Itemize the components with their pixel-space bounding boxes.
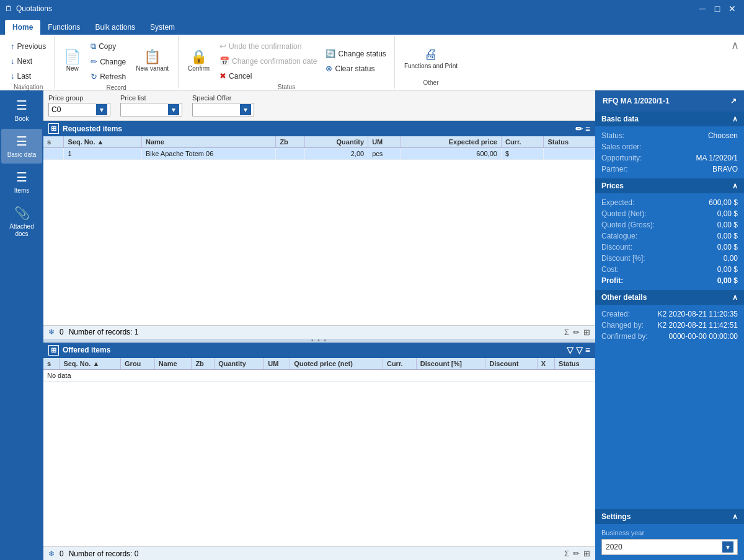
cancel-button[interactable]: ✖ Cancel [216,69,320,82]
requested-items-menu-icon[interactable]: ≡ [585,124,590,134]
edit-tool-icon2[interactable]: ✏ [573,549,580,558]
price-list-dropdown-icon[interactable]: ▼ [168,104,179,115]
tab-system[interactable]: System [143,20,182,35]
chevron-up-icon3: ∧ [732,293,738,302]
rp-other-details-header[interactable]: Other details ∧ [595,290,744,305]
offered-filter1-icon[interactable]: ▽ [567,345,574,355]
rp-prices-header[interactable]: Prices ∧ [595,178,744,193]
offered-filter2-icon[interactable]: ▽ [576,345,583,355]
table-row[interactable]: 1 Bike Apache Totem 06 2,00 pcs 600,00 $ [43,148,595,160]
sum-icon2[interactable]: Σ [564,549,569,558]
col-seq-no: Seq. No. ▲ [64,136,142,148]
requested-items-table-wrapper: s Seq. No. ▲ Name Zb Quantity UM Expecte… [43,136,595,325]
sidebar-item-book[interactable]: ☰ Book [1,93,42,128]
change-icon: ✏ [91,57,97,66]
grid-tool-icon[interactable]: ⊞ [583,328,590,337]
tab-home[interactable]: Home [5,20,40,35]
price-group-select[interactable]: C0 ▼ [48,103,110,116]
app-icon: 🗒 [5,4,12,13]
minimize-button[interactable]: ─ [696,2,709,15]
cell-um: pcs [368,148,401,160]
tab-functions[interactable]: Functions [40,20,87,35]
close-button[interactable]: ✕ [725,2,739,15]
sidebar-item-items[interactable]: ☰ Items [1,165,42,199]
sum-icon[interactable]: Σ [564,328,569,337]
rp-created-row: Created: K2 2020-08-21 11:20:35 [601,308,738,320]
new-variant-button[interactable]: 📋 New variant [131,47,173,76]
price-list-filter: Price list ▼ [120,94,182,116]
col-grou: Grou [121,358,155,370]
previous-button[interactable]: ↑ Previous [7,40,49,53]
special-offer-dropdown-icon[interactable]: ▼ [240,104,251,115]
rp-settings-header[interactable]: Settings ∧ [595,509,744,524]
maximize-button[interactable]: □ [711,2,724,15]
requested-items-title: Requested items [63,125,122,133]
col-name2: Name [154,358,192,370]
sidebar-item-attached-docs[interactable]: 📎 Attached docs [1,201,42,243]
ribbon-group-navigation: ↑ Previous ↓ Next ↓ Last Navigation [2,36,55,89]
status-icon: 🔄 [326,49,335,58]
grid-tool-icon2[interactable]: ⊞ [583,549,590,558]
basic-data-icon: ☰ [16,134,27,149]
offered-items-title: Offered items [63,346,110,354]
rp-partner-row: Partner: BRAVO [601,164,738,175]
copy-button[interactable]: ⧉ Copy [87,40,129,53]
change-status-button[interactable]: 🔄 Change status [322,47,389,60]
rp-quoted-net-row: Quoted (Net): 0,00 $ [601,208,738,219]
offered-items-menu-icon[interactable]: ≡ [585,345,590,355]
col-x: X [537,358,554,370]
chevron-up-icon2: ∧ [732,182,738,190]
next-button[interactable]: ↓ Next [7,55,49,68]
rp-section-basic-data: Basic data ∧ Status: Choosen Sales order… [595,112,744,178]
requested-items-icon: ⊞ [48,123,59,134]
rp-basic-data-header[interactable]: Basic data ∧ [595,112,744,126]
offered-items-icon: ⊞ [48,345,59,356]
confirm-button[interactable]: 🔒 Confirm [184,47,214,76]
refresh-button[interactable]: ↻ Refresh [87,70,129,83]
functions-and-print-button[interactable]: 🖨 Functions and Print [400,45,462,73]
undo-icon: ↩ [219,42,226,51]
change-confirmation-date-button[interactable]: 📅 Change confirmation date [216,55,320,68]
main-layout: ☰ Book ☰ Basic data ☰ Items 📎 Attached d… [0,90,744,560]
arrow-down-icon: ↓ [11,56,15,66]
last-button[interactable]: ↓ Last [7,69,49,82]
rp-cost-row: Cost: 0,00 $ [601,264,738,275]
sidebar-item-basic-data[interactable]: ☰ Basic data [1,129,42,164]
cell-status [544,148,595,160]
change-button[interactable]: ✏ Change [87,55,129,68]
offered-record-count: Number of records: 0 [69,549,139,558]
rp-basic-data-body: Status: Choosen Sales order: Opportunity… [595,126,744,178]
tab-bulk-actions[interactable]: Bulk actions [87,20,143,35]
rp-section-other-details: Other details ∧ Created: K2 2020-08-21 1… [595,290,744,346]
external-link-icon[interactable]: ↗ [730,97,737,105]
requested-count-zero: 0 [60,328,64,336]
new-button[interactable]: 📄 New [60,47,85,76]
rp-opportunity-row: Opportunity: MA 1/2020/1 [601,152,738,164]
col-quoted-price: Quoted price (net) [290,358,383,370]
requested-items-edit-icon[interactable]: ✏ [575,124,583,134]
rp-confirmed-by-row: Confirmed by: 0000-00-00 00:00:00 [601,331,738,342]
no-data-cell: No data [43,369,595,381]
price-list-select[interactable]: ▼ [120,103,182,116]
col-quantity: Quantity [305,136,368,148]
rp-catalogue-row: Catalogue: 0,00 $ [601,230,738,242]
business-year-select[interactable]: 2020 ▼ [601,539,738,555]
price-group-dropdown-icon[interactable]: ▼ [96,104,107,115]
rp-settings-body: Business year 2020 ▼ [595,524,744,560]
undo-confirmation-button[interactable]: ↩ Undo the confirmation [216,40,320,53]
clear-icon: ⊗ [326,64,332,73]
ribbon-toolbar: ↑ Previous ↓ Next ↓ Last Navigation 📄 Ne… [0,35,744,90]
ribbon-collapse-button[interactable]: ∧ [731,38,739,52]
business-year-dropdown-icon[interactable]: ▼ [722,541,733,553]
ribbon-tabs: Home Functions Bulk actions System [0,17,744,35]
col-curr: Curr. [501,136,543,148]
clear-status-button[interactable]: ⊗ Clear status [322,62,389,75]
new-icon: 📄 [64,50,81,64]
edit-tool-icon[interactable]: ✏ [573,328,580,337]
app-title: Quotations [16,4,52,13]
col-curr2: Curr. [383,358,416,370]
col-quantity2: Quantity [215,358,264,370]
special-offer-select[interactable]: ▼ [192,103,254,116]
arrow-last-icon: ↓ [11,71,15,81]
special-offer-filter: Special Offer ▼ [192,94,254,116]
